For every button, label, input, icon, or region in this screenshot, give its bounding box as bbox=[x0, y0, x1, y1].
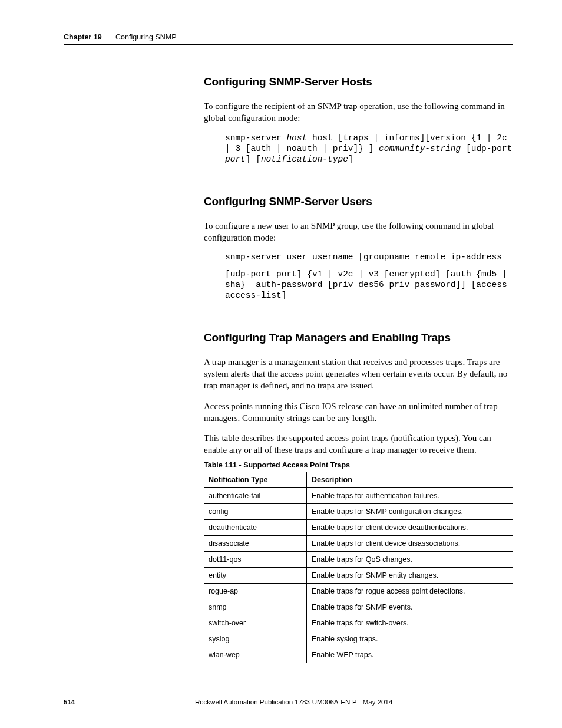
traps-para1: A trap manager is a management station t… bbox=[204, 356, 513, 392]
section-heading-traps: Configuring Trap Managers and Enabling T… bbox=[204, 331, 513, 344]
cell-type: entity bbox=[204, 567, 307, 583]
cell-type: rogue-ap bbox=[204, 583, 307, 599]
main-content: Configuring SNMP-Server Hosts To configu… bbox=[204, 75, 513, 663]
cell-desc: Enable traps for switch-overs. bbox=[307, 615, 513, 631]
code-line: [udp-port port] {v1 | v2c | v3 [encrypte… bbox=[225, 269, 513, 301]
cell-type: switch-over bbox=[204, 615, 307, 631]
table-row: snmpEnable traps for SNMP events. bbox=[204, 599, 513, 615]
publication-id: Rockwell Automation Publication 1783-UM0… bbox=[64, 699, 513, 706]
chapter-number: Chapter 19 bbox=[64, 33, 102, 41]
hosts-code: snmp-server host host [traps | informs][… bbox=[225, 133, 513, 164]
cell-type: dot11-qos bbox=[204, 551, 307, 567]
users-intro: To configure a new user to an SNMP group… bbox=[204, 220, 513, 244]
cell-type: config bbox=[204, 503, 307, 519]
table-row: configEnable traps for SNMP configuratio… bbox=[204, 503, 513, 519]
code-italic: port bbox=[225, 154, 246, 164]
table-row: dot11-qosEnable traps for QoS changes. bbox=[204, 551, 513, 567]
cell-desc: Enable traps for SNMP configuration chan… bbox=[307, 503, 513, 519]
users-code: snmp-server user username [groupname rem… bbox=[225, 252, 513, 301]
cell-desc: Enable traps for client device disassoci… bbox=[307, 535, 513, 551]
chapter-title: Configuring SNMP bbox=[115, 33, 177, 41]
traps-para2: Access points running this Cisco IOS rel… bbox=[204, 400, 513, 424]
table-row: entityEnable traps for SNMP entity chang… bbox=[204, 567, 513, 583]
cell-type: syslog bbox=[204, 631, 307, 647]
table-row: deauthenticateEnable traps for client de… bbox=[204, 519, 513, 535]
cell-desc: Enable traps for QoS changes. bbox=[307, 551, 513, 567]
cell-desc: Enable syslog traps. bbox=[307, 631, 513, 647]
code-text: snmp-server bbox=[225, 133, 286, 143]
header-rule bbox=[64, 44, 513, 45]
table-row: authenticate-failEnable traps for authen… bbox=[204, 487, 513, 503]
code-italic: community-string bbox=[379, 144, 461, 153]
table-row: rogue-apEnable traps for rogue access po… bbox=[204, 583, 513, 599]
hosts-intro: To configure the recipient of an SNMP tr… bbox=[204, 100, 513, 124]
running-header: Chapter 19 Configuring SNMP bbox=[64, 33, 513, 48]
cell-desc: Enable traps for SNMP events. bbox=[307, 599, 513, 615]
code-italic: notification-type bbox=[261, 154, 348, 164]
table-row: syslogEnable syslog traps. bbox=[204, 631, 513, 647]
code-text: ] bbox=[348, 154, 353, 164]
table-row: wlan-wepEnable WEP traps. bbox=[204, 647, 513, 663]
table-caption: Table 111 - Supported Access Point Traps bbox=[204, 461, 513, 469]
cell-type: snmp bbox=[204, 599, 307, 615]
cell-type: deauthenticate bbox=[204, 519, 307, 535]
code-text: ] [ bbox=[246, 154, 261, 164]
cell-desc: Enable traps for SNMP entity changes. bbox=[307, 567, 513, 583]
col-header-desc: Description bbox=[307, 472, 513, 487]
cell-type: disassociate bbox=[204, 535, 307, 551]
cell-desc: Enable traps for authentication failures… bbox=[307, 487, 513, 503]
page-footer: 514 Rockwell Automation Publication 1783… bbox=[64, 699, 513, 706]
table-row: switch-overEnable traps for switch-overs… bbox=[204, 615, 513, 631]
cell-desc: Enable traps for client device deauthent… bbox=[307, 519, 513, 535]
code-line: snmp-server user username [groupname rem… bbox=[225, 252, 513, 262]
section-heading-hosts: Configuring SNMP-Server Hosts bbox=[204, 75, 513, 88]
cell-desc: Enable traps for rogue access point dete… bbox=[307, 583, 513, 599]
section-heading-users: Configuring SNMP-Server Users bbox=[204, 195, 513, 208]
cell-type: authenticate-fail bbox=[204, 487, 307, 503]
cell-type: wlan-wep bbox=[204, 647, 307, 663]
cell-desc: Enable WEP traps. bbox=[307, 647, 513, 663]
code-text: [udp-port bbox=[461, 144, 517, 153]
table-header-row: Notification Type Description bbox=[204, 472, 513, 487]
code-italic: host bbox=[286, 133, 307, 143]
page-number: 514 bbox=[64, 699, 75, 706]
col-header-type: Notification Type bbox=[204, 472, 307, 487]
table-row: disassociateEnable traps for client devi… bbox=[204, 535, 513, 551]
traps-para3: This table describes the supported acces… bbox=[204, 432, 513, 456]
traps-table: Notification Type Description authentica… bbox=[204, 472, 513, 663]
